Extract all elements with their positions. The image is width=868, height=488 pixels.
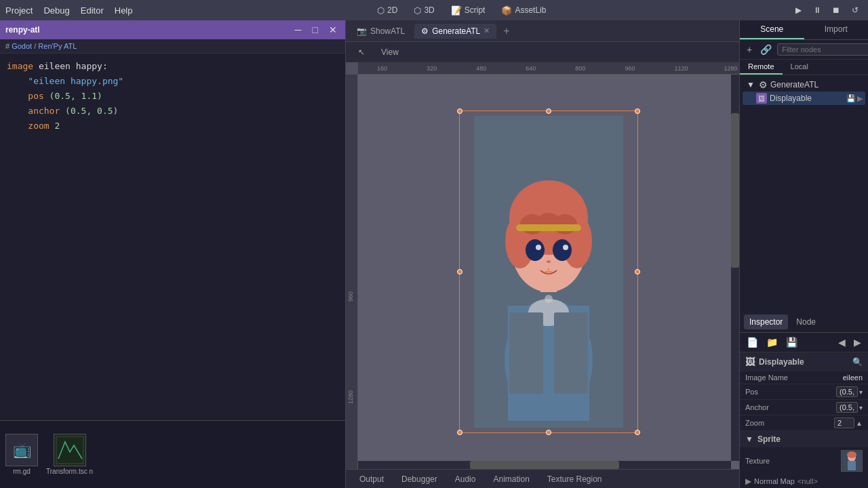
link-node-button[interactable]: 🔗 [757, 43, 774, 56]
inspector-row-pos: Pos (0.5, ▾ [740, 384, 868, 400]
viewport-area: 📷 ShowATL ⚙ GenerateATL ✕ + ↖ View 160 3… [346, 20, 739, 488]
save-inspector-button[interactable]: 💾 [783, 336, 800, 349]
tab-local[interactable]: Local [783, 60, 816, 75]
ruler-top: 160 320 480 640 800 960 1120 1280 [358, 62, 739, 75]
zoom-value[interactable]: 2 [834, 418, 854, 428]
transform-thumbnail-svg [55, 435, 85, 465]
anchor-dropdown-icon[interactable]: ▾ [859, 404, 863, 411]
center-tools: ⬡ 2D ⬡ 3D 📝 Script 📦 AssetLib [373, 4, 550, 17]
svg-point-24 [847, 451, 856, 458]
back-button[interactable]: ◀ [835, 336, 848, 349]
file-thumb-transform[interactable]: Transform.tsc n [46, 434, 93, 475]
normal-map-icon: ▶ [745, 476, 751, 486]
tree-item-generateatl[interactable]: ▼ ⚙ GenerateATL [743, 78, 865, 92]
handle-tr[interactable] [635, 108, 640, 114]
3d-icon: ⬡ [414, 5, 421, 16]
new-script-button[interactable]: 📄 [744, 336, 761, 349]
tool-assetlib[interactable]: 📦 AssetLib [497, 4, 550, 17]
script-icon: 📝 [451, 5, 462, 16]
maximize-button[interactable]: □ [310, 24, 321, 35]
tab-inspector[interactable]: Inspector [744, 314, 788, 329]
main-layout: renpy-atl ─ □ ✕ # Godot / Ren'Py ATL ima… [0, 20, 868, 488]
ruler-mark-800: 800 [575, 65, 585, 72]
viewport-tool-pointer[interactable]: ↖ [353, 46, 370, 58]
horizontal-scrollbar[interactable] [358, 461, 731, 469]
handle-br[interactable] [635, 430, 640, 435]
anchor-value[interactable]: (0.5, [836, 402, 858, 413]
tab-generateatl[interactable]: ⚙ GenerateATL ✕ [414, 24, 496, 39]
play-button[interactable]: ▶ [791, 3, 806, 18]
tool-2d[interactable]: ⬡ 2D [373, 4, 401, 17]
generateatl-close[interactable]: ✕ [484, 26, 490, 35]
generateatl-icon: ⚙ [421, 26, 429, 36]
file-thumb-label-rm: rm.gd [13, 468, 31, 475]
pause-button[interactable]: ⏸ [810, 3, 825, 18]
stop-button[interactable]: ⏹ [829, 3, 844, 18]
save-icon[interactable]: 💾 [846, 94, 856, 103]
pos-dropdown-icon[interactable]: ▾ [859, 388, 863, 396]
tab-audio[interactable]: Audio [447, 472, 484, 486]
ruler-mark-1120: 1120 [674, 65, 688, 72]
ruler-mark-320: 320 [427, 65, 437, 72]
viewport-view-label[interactable]: View [376, 46, 404, 58]
remote-local-tabs: Remote Local [740, 60, 868, 75]
tool-script[interactable]: 📝 Script [447, 4, 490, 17]
tab-texture-region[interactable]: Texture Region [539, 472, 610, 486]
reset-button[interactable]: ↺ [848, 3, 863, 18]
tab-animation[interactable]: Animation [485, 472, 537, 486]
filter-nodes-input[interactable] [777, 43, 868, 56]
menu-editor[interactable]: Editor [81, 5, 104, 16]
forward-button[interactable]: ▶ [851, 336, 864, 349]
v-scrollbar-thumb[interactable] [731, 113, 739, 268]
tab-node[interactable]: Node [791, 314, 821, 329]
svg-point-18 [547, 260, 551, 263]
canvas-area[interactable]: ✛ [358, 75, 739, 469]
menu-help[interactable]: Help [115, 5, 133, 16]
normal-map-label: Normal Map [754, 477, 795, 485]
texture-preview[interactable] [841, 450, 863, 472]
tab-debugger[interactable]: Debugger [393, 472, 446, 486]
ruler-mark-480: 480 [476, 65, 486, 72]
add-node-button[interactable]: + [744, 43, 755, 56]
handle-ml[interactable] [457, 269, 462, 274]
menu-debug[interactable]: Debug [43, 5, 69, 16]
tab-output[interactable]: Output [351, 472, 392, 486]
tab-remote[interactable]: Remote [740, 60, 783, 75]
tree-item-displayable[interactable]: 🖼 Displayable 💾 ▶ [743, 92, 865, 105]
code-content[interactable]: image eileen happy: "eileen happy.png" p… [0, 54, 345, 420]
ruler-mark-160: 160 [377, 65, 387, 72]
character-display-wrapper: ✛ [467, 116, 630, 428]
zoom-increment-button[interactable]: ▲ [856, 420, 863, 427]
tab-showatl[interactable]: 📷 ShowATL [350, 24, 412, 39]
bottom-file-panel: 📺 rm.gd Transform.tsc n [0, 420, 345, 488]
scene-spacer [740, 108, 868, 311]
pos-value[interactable]: (0.5, [836, 386, 858, 397]
tool-3d[interactable]: ⬡ 3D [410, 4, 438, 17]
file-thumb-icon-rm: 📺 [5, 434, 38, 466]
tab-scene[interactable]: Scene [740, 20, 804, 39]
close-button[interactable]: ✕ [326, 24, 340, 35]
code-line-2: "eileen happy.png" [7, 74, 338, 89]
code-panel: renpy-atl ─ □ ✕ # Godot / Ren'Py ATL ima… [0, 20, 346, 488]
menu-project[interactable]: Project [5, 5, 33, 16]
handle-mr[interactable] [635, 269, 640, 274]
svg-point-19 [545, 295, 553, 303]
handle-bl[interactable] [457, 430, 462, 435]
handle-tl[interactable] [457, 108, 462, 114]
handle-tm[interactable] [546, 108, 551, 114]
search-properties-button[interactable]: 🔍 [852, 357, 863, 367]
arrow-right-icon[interactable]: ▶ [857, 94, 863, 103]
file-thumb-label-transform: Transform.tsc n [46, 468, 93, 475]
handle-bm[interactable] [546, 430, 551, 435]
tab-import[interactable]: Import [804, 20, 869, 39]
ruler-mark-960-vertical: 960 [347, 291, 354, 302]
add-tab-button[interactable]: + [499, 25, 513, 37]
vertical-scrollbar[interactable] [731, 75, 739, 461]
code-line-3: pos (0.5, 1.1) [7, 89, 338, 104]
minimize-button[interactable]: ─ [292, 24, 304, 35]
inspector-section-displayable[interactable]: 🖼 Displayable 🔍 [740, 352, 868, 371]
svg-rect-0 [56, 436, 83, 464]
h-scrollbar-thumb[interactable] [470, 461, 619, 469]
file-thumb-rm[interactable]: 📺 rm.gd [5, 434, 38, 475]
open-folder-button[interactable]: 📁 [764, 336, 781, 349]
